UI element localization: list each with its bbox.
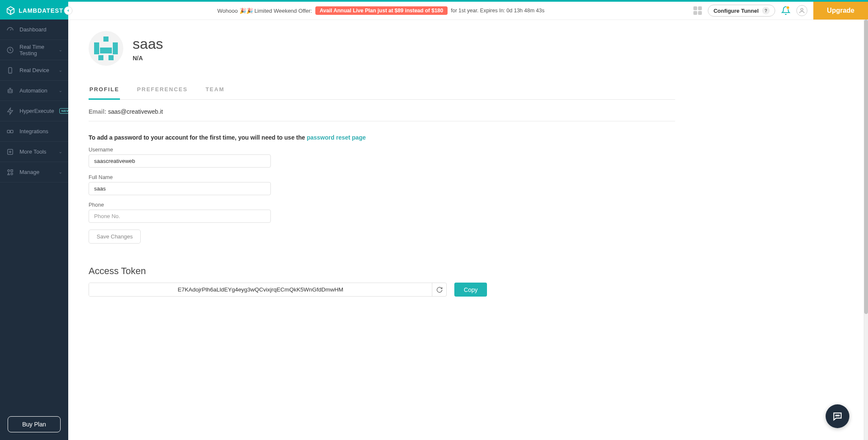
sidebar-item-realdevice[interactable]: Real Device ⌄ xyxy=(0,60,68,81)
sidebar-item-label: Real Time Testing xyxy=(19,44,53,56)
sidebar: Dashboard Real Time Testing ⌄ Real Devic… xyxy=(0,20,68,440)
plus-square-icon xyxy=(6,148,14,156)
sidebar-item-label: Integrations xyxy=(19,128,62,135)
sidebar-item-label: HyperExecute xyxy=(19,108,54,114)
header: LAMBDATEST Wohooo 🎉🎉 Limited Weekend Off… xyxy=(0,2,868,20)
clock-icon xyxy=(6,46,14,54)
profile-form: Username Full Name Phone Save Changes xyxy=(89,147,271,244)
header-actions: Configure Tunnel ? Upgrade xyxy=(693,2,868,20)
integrations-icon xyxy=(6,127,14,136)
buy-plan-button[interactable]: Buy Plan xyxy=(8,416,61,432)
profile-title: saas N/A xyxy=(133,36,163,62)
refresh-icon xyxy=(436,286,443,293)
phone-label: Phone xyxy=(89,202,271,208)
access-token-field xyxy=(89,283,447,297)
svg-marker-7 xyxy=(8,108,13,114)
sidebar-item-moretools[interactable]: More Tools ⌄ xyxy=(0,142,68,162)
buy-plan-label: Buy Plan xyxy=(22,421,46,428)
fullname-input[interactable] xyxy=(89,182,271,195)
shapes-icon xyxy=(6,168,14,177)
svg-point-6 xyxy=(11,91,12,92)
svg-rect-9 xyxy=(11,130,13,133)
phone-input[interactable] xyxy=(89,210,271,223)
svg-rect-14 xyxy=(11,173,13,175)
svg-marker-13 xyxy=(8,173,10,175)
promo-expiry: for 1st year. Expires In: 0d 13h 48m 43s xyxy=(451,8,545,14)
content-area: saas N/A PROFILE PREFERENCES TEAM Email:… xyxy=(68,20,864,440)
identicon-icon xyxy=(94,36,118,60)
chevron-down-icon: ⌄ xyxy=(58,47,62,53)
chat-widget-button[interactable] xyxy=(826,404,849,428)
tab-profile[interactable]: PROFILE xyxy=(89,82,120,100)
sidebar-item-label: More Tools xyxy=(19,149,53,155)
username-label: Username xyxy=(89,147,271,153)
svg-point-5 xyxy=(9,91,10,92)
save-changes-button[interactable]: Save Changes xyxy=(89,230,141,244)
notifications-icon[interactable] xyxy=(781,6,790,15)
sidebar-item-label: Dashboard xyxy=(19,26,62,33)
svg-point-11 xyxy=(8,170,10,172)
brand[interactable]: LAMBDATEST xyxy=(0,2,68,20)
sidebar-item-dashboard[interactable]: Dashboard xyxy=(0,20,68,40)
sidebar-item-manage[interactable]: Manage ⌄ xyxy=(0,162,68,182)
sidebar-collapse-button[interactable] xyxy=(64,6,72,15)
sidebar-item-realtime[interactable]: Real Time Testing ⌄ xyxy=(0,40,68,60)
sidebar-item-hyperexecute[interactable]: HyperExecute NEW xyxy=(0,101,68,121)
gauge-icon xyxy=(6,25,14,34)
copy-token-button[interactable]: Copy xyxy=(454,283,487,297)
tab-preferences[interactable]: PREFERENCES xyxy=(136,82,189,99)
profile-header: saas N/A xyxy=(89,31,675,66)
configure-tunnel-button[interactable]: Configure Tunnel ? xyxy=(708,5,775,17)
scrollbar-thumb[interactable] xyxy=(864,20,868,314)
tab-team[interactable]: TEAM xyxy=(205,82,225,99)
sidebar-footer: Buy Plan xyxy=(0,409,68,440)
chat-icon xyxy=(832,411,843,422)
svg-rect-8 xyxy=(7,130,10,133)
help-icon[interactable]: ? xyxy=(762,7,770,14)
password-hint-text: To add a password to your account for th… xyxy=(89,134,307,141)
main: Dashboard Real Time Testing ⌄ Real Devic… xyxy=(0,20,868,440)
chevron-down-icon: ⌄ xyxy=(58,67,62,73)
fullname-label: Full Name xyxy=(89,174,271,180)
sidebar-item-integrations[interactable]: Integrations xyxy=(0,121,68,142)
copy-label: Copy xyxy=(464,286,478,293)
username-input[interactable] xyxy=(89,154,271,168)
avatar xyxy=(89,31,123,66)
robot-icon xyxy=(6,87,14,95)
promo-prefix: Wohooo 🎉🎉 Limited Weekend Offer: xyxy=(217,8,312,14)
sidebar-item-label: Automation xyxy=(19,87,53,94)
svg-point-1 xyxy=(801,8,803,11)
svg-point-16 xyxy=(837,415,838,416)
user-avatar-icon[interactable] xyxy=(796,5,807,16)
sidebar-item-automation[interactable]: Automation ⌄ xyxy=(0,81,68,101)
device-icon xyxy=(6,66,14,75)
sidebar-item-label: Real Device xyxy=(19,67,53,73)
profile-subtitle: N/A xyxy=(133,55,163,62)
save-changes-label: Save Changes xyxy=(97,233,133,240)
brand-logo-icon xyxy=(6,6,15,15)
svg-rect-12 xyxy=(11,170,13,172)
profile-name: saas xyxy=(133,36,163,52)
password-reset-link[interactable]: password reset page xyxy=(307,134,366,141)
promo-pill[interactable]: Avail Annual Live Plan just at $89 inste… xyxy=(315,6,448,15)
svg-point-15 xyxy=(836,415,837,416)
profile-tabs: PROFILE PREFERENCES TEAM xyxy=(89,82,675,100)
upgrade-button[interactable]: Upgrade xyxy=(813,2,868,20)
sidebar-nav: Dashboard Real Time Testing ⌄ Real Devic… xyxy=(0,20,68,409)
access-token-input[interactable] xyxy=(89,283,432,296)
chevron-down-icon: ⌄ xyxy=(58,169,62,175)
regenerate-token-button[interactable] xyxy=(432,283,446,296)
access-token-row: Copy xyxy=(89,283,487,297)
access-token-title: Access Token xyxy=(89,266,675,277)
configure-tunnel-label: Configure Tunnel xyxy=(713,8,759,14)
sidebar-item-label: Manage xyxy=(19,169,53,175)
apps-grid-icon[interactable] xyxy=(693,6,702,15)
email-row: Email: saas@creativeweb.it xyxy=(89,100,675,121)
email-value: saas@creativeweb.it xyxy=(108,108,163,115)
chevron-down-icon: ⌄ xyxy=(58,149,62,154)
scrollbar[interactable] xyxy=(864,20,868,440)
svg-point-17 xyxy=(838,415,839,416)
promo-banner: Wohooo 🎉🎉 Limited Weekend Offer: Avail A… xyxy=(68,6,693,15)
brand-text: LAMBDATEST xyxy=(19,7,63,14)
chevron-down-icon: ⌄ xyxy=(58,88,62,93)
